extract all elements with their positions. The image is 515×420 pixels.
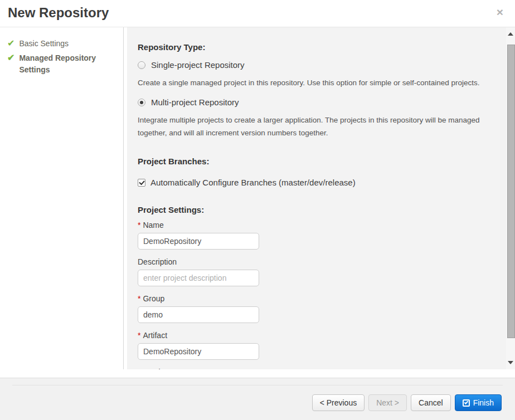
check-icon: ✔ bbox=[7, 38, 14, 49]
description-field[interactable] bbox=[138, 270, 259, 286]
footer-divider bbox=[12, 385, 503, 385]
name-field-label: *Name bbox=[138, 221, 495, 229]
previous-button[interactable]: < Previous bbox=[312, 394, 365, 411]
project-branches-heading: Project Branches: bbox=[138, 157, 495, 166]
finish-button[interactable]: Finish bbox=[455, 394, 502, 411]
sidebar-item-label: Managed Repository Settings bbox=[19, 52, 108, 76]
vertical-scrollbar[interactable] bbox=[506, 27, 515, 369]
description-field-label: Description bbox=[138, 257, 495, 266]
close-icon[interactable]: × bbox=[497, 6, 503, 18]
checkbox-icon[interactable] bbox=[138, 179, 145, 187]
version-field-label: *Version bbox=[138, 368, 495, 369]
checkbox-check-icon bbox=[463, 399, 470, 407]
cancel-button[interactable]: Cancel bbox=[411, 394, 451, 411]
dialog-footer: < Previous Next > Cancel Finish bbox=[0, 378, 515, 420]
finish-button-label: Finish bbox=[473, 398, 494, 407]
radio-single-project-repository[interactable]: Single-project Repository bbox=[138, 60, 495, 70]
artifact-field[interactable] bbox=[138, 343, 259, 360]
repository-type-heading: Repository Type: bbox=[138, 42, 495, 52]
auto-configure-branches-checkbox[interactable]: Automatically Configure Branches (master… bbox=[138, 178, 495, 187]
page-title: New Repository bbox=[8, 5, 109, 21]
sidebar-item-label: Basic Settings bbox=[19, 38, 69, 50]
scroll-down-icon[interactable] bbox=[508, 361, 513, 364]
dialog-header: New Repository × bbox=[0, 0, 515, 27]
wizard-content-panel: Repository Type: Single-project Reposito… bbox=[127, 27, 506, 369]
group-field[interactable] bbox=[138, 306, 259, 323]
radio-label[interactable]: Multi-project Repository bbox=[151, 97, 239, 107]
sidebar-item-basic-settings[interactable]: ✔ Basic Settings bbox=[7, 38, 116, 50]
next-button: Next > bbox=[368, 394, 407, 411]
radio-icon[interactable] bbox=[138, 99, 145, 106]
single-project-help-text: Create a single managed project in this … bbox=[138, 76, 486, 89]
artifact-field-label: *Artifact bbox=[138, 331, 495, 340]
footer-button-row: < Previous Next > Cancel Finish bbox=[0, 394, 502, 411]
multi-project-help-text: Integrate multiple projects to create a … bbox=[138, 114, 486, 139]
scroll-up-icon[interactable] bbox=[508, 32, 513, 36]
required-marker: * bbox=[138, 368, 140, 369]
new-repository-dialog: New Repository × ✔ Basic Settings ✔ Mana… bbox=[0, 0, 515, 420]
required-marker: * bbox=[138, 221, 140, 229]
required-marker: * bbox=[138, 331, 140, 340]
required-marker: * bbox=[138, 294, 140, 303]
check-icon: ✔ bbox=[7, 52, 14, 64]
group-field-label: *Group bbox=[138, 294, 495, 303]
scrollbar-thumb[interactable] bbox=[507, 45, 515, 338]
radio-multi-project-repository[interactable]: Multi-project Repository bbox=[138, 97, 495, 107]
sidebar-item-managed-repository-settings[interactable]: ✔ Managed Repository Settings bbox=[7, 52, 116, 76]
name-field[interactable] bbox=[138, 233, 259, 250]
project-settings-heading: Project Settings: bbox=[138, 205, 495, 214]
checkbox-label[interactable]: Automatically Configure Branches (master… bbox=[150, 178, 356, 187]
wizard-steps-sidebar: ✔ Basic Settings ✔ Managed Repository Se… bbox=[0, 27, 124, 369]
radio-label[interactable]: Single-project Repository bbox=[151, 60, 245, 70]
radio-icon[interactable] bbox=[138, 61, 145, 69]
